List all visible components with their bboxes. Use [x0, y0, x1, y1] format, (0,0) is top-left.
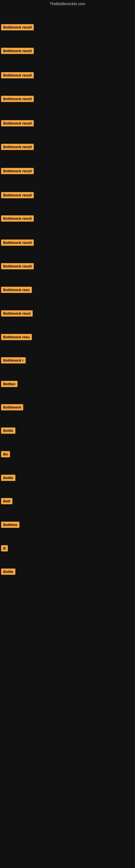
bottleneck-badge-17[interactable]: Bottleneck [1, 404, 23, 410]
bottleneck-badge-14[interactable]: Bottleneck resu [1, 334, 32, 340]
bottleneck-badge-1[interactable]: Bottleneck result [1, 24, 34, 30]
badges-container: Bottleneck resultBottleneck resultBottle… [0, 9, 135, 868]
bottleneck-badge-22[interactable]: Bottlene [1, 522, 19, 528]
bottleneck-badge-16[interactable]: Bottlen [1, 381, 17, 387]
site-title: TheBottlenecker.com [0, 0, 135, 9]
bottleneck-badge-15[interactable]: Bottleneck r [1, 357, 26, 364]
bottleneck-badge-10[interactable]: Bottleneck result [1, 240, 34, 246]
bottleneck-badge-5[interactable]: Bottleneck result [1, 120, 34, 126]
bottleneck-badge-2[interactable]: Bottleneck result [1, 48, 34, 54]
bottleneck-badge-6[interactable]: Bottleneck result [1, 144, 34, 150]
bottleneck-badge-18[interactable]: Bottle [1, 428, 15, 434]
bottleneck-badge-12[interactable]: Bottleneck resu [1, 287, 32, 293]
bottleneck-badge-3[interactable]: Bottleneck result [1, 72, 34, 79]
bottleneck-badge-19[interactable]: Bo [1, 451, 10, 457]
bottleneck-badge-11[interactable]: Bottleneck result [1, 263, 34, 269]
bottleneck-badge-21[interactable]: Bott [1, 498, 12, 504]
bottleneck-badge-8[interactable]: Bottleneck result [1, 192, 34, 198]
bottleneck-badge-20[interactable]: Bottle [1, 475, 15, 481]
bottleneck-badge-24[interactable]: Bottle [1, 568, 15, 575]
bottleneck-badge-9[interactable]: Bottleneck result [1, 215, 34, 222]
bottleneck-badge-13[interactable]: Bottleneck resul [1, 310, 33, 316]
bottleneck-badge-7[interactable]: Bottleneck result [1, 168, 34, 174]
bottleneck-badge-4[interactable]: Bottleneck result [1, 96, 34, 102]
site-title-container: TheBottlenecker.com [0, 0, 135, 9]
bottleneck-badge-23[interactable]: B [1, 545, 8, 552]
